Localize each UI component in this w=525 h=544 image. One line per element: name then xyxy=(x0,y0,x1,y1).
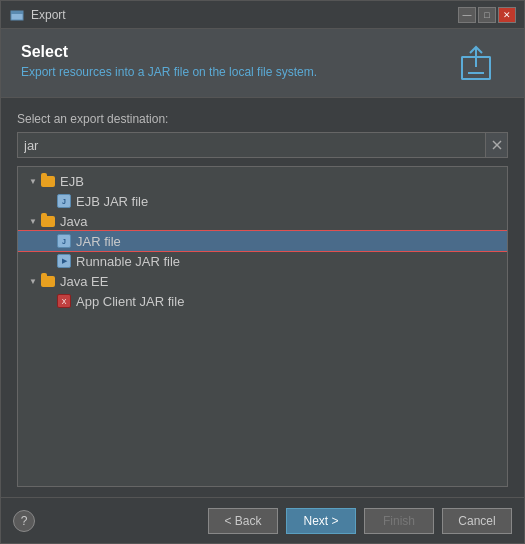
header-text: Select Export resources into a JAR file … xyxy=(21,43,446,79)
search-clear-button[interactable] xyxy=(485,133,507,157)
destination-label: Select an export destination: xyxy=(17,112,508,126)
window-icon xyxy=(9,7,25,23)
back-button[interactable]: < Back xyxy=(208,508,278,534)
ejb-arrow: ▼ xyxy=(26,174,40,188)
app-client-jar-label: App Client JAR file xyxy=(76,294,184,309)
tree-item-ejb-jar[interactable]: J EJB JAR file xyxy=(18,191,507,211)
java-folder-icon xyxy=(40,213,56,229)
runnable-jar-icon: ▶ xyxy=(56,253,72,269)
tree-item-runnable-jar[interactable]: ▶ Runnable JAR file xyxy=(18,251,507,271)
export-dialog: Export — □ ✕ Select Export resources int… xyxy=(0,0,525,544)
finish-button[interactable]: Finish xyxy=(364,508,434,534)
close-button[interactable]: ✕ xyxy=(498,7,516,23)
jar-file-arrow xyxy=(42,234,56,248)
java-ee-arrow: ▼ xyxy=(26,274,40,288)
java-ee-label: Java EE xyxy=(60,274,108,289)
jar-file-label: JAR file xyxy=(76,234,121,249)
header-title: Select xyxy=(21,43,446,61)
maximize-button[interactable]: □ xyxy=(478,7,496,23)
ejb-jar-icon: J xyxy=(56,193,72,209)
ejb-jar-label: EJB JAR file xyxy=(76,194,148,209)
java-label: Java xyxy=(60,214,87,229)
tree-item-jar-file[interactable]: J JAR file xyxy=(18,231,507,251)
app-client-jar-icon: X xyxy=(56,293,72,309)
window-title: Export xyxy=(31,8,458,22)
ejb-jar-arrow xyxy=(42,194,56,208)
header-section: Select Export resources into a JAR file … xyxy=(1,29,524,98)
app-client-arrow xyxy=(42,294,56,308)
header-subtitle: Export resources into a JAR file on the … xyxy=(21,65,446,79)
help-button[interactable]: ? xyxy=(13,510,35,532)
runnable-jar-arrow xyxy=(42,254,56,268)
svg-rect-1 xyxy=(11,11,23,14)
runnable-jar-label: Runnable JAR file xyxy=(76,254,180,269)
content-area: Select an export destination: ▼ EJB xyxy=(1,98,524,497)
ejb-folder-icon xyxy=(40,173,56,189)
cancel-button[interactable]: Cancel xyxy=(442,508,512,534)
tree-item-ejb[interactable]: ▼ EJB xyxy=(18,171,507,191)
java-ee-folder-icon xyxy=(40,273,56,289)
jar-file-icon: J xyxy=(56,233,72,249)
next-button[interactable]: Next > xyxy=(286,508,356,534)
search-input[interactable] xyxy=(18,133,485,157)
ejb-label: EJB xyxy=(60,174,84,189)
tree-item-java[interactable]: ▼ Java xyxy=(18,211,507,231)
export-icon xyxy=(456,43,504,83)
tree-item-app-client-jar[interactable]: X App Client JAR file xyxy=(18,291,507,311)
title-bar: Export — □ ✕ xyxy=(1,1,524,29)
minimize-button[interactable]: — xyxy=(458,7,476,23)
search-row xyxy=(17,132,508,158)
footer: ? < Back Next > Finish Cancel xyxy=(1,497,524,543)
tree-container[interactable]: ▼ EJB J EJB JAR file ▼ Java xyxy=(17,166,508,487)
tree-item-java-ee[interactable]: ▼ Java EE xyxy=(18,271,507,291)
window-controls: — □ ✕ xyxy=(458,7,516,23)
java-arrow: ▼ xyxy=(26,214,40,228)
